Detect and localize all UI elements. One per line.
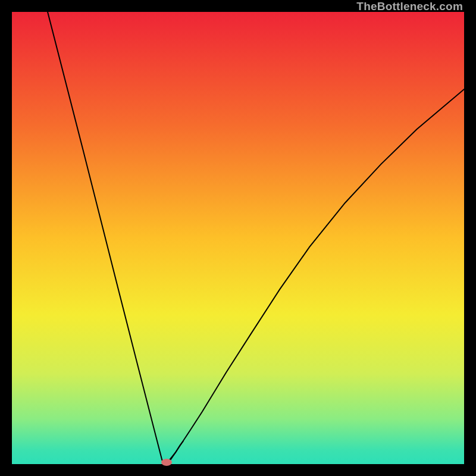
chart-curves — [12, 12, 464, 464]
watermark-text: TheBottleneck.com — [356, 0, 463, 13]
curve-left-branch — [48, 12, 183, 464]
curve-right-branch — [167, 89, 464, 464]
bottleneck-marker — [161, 459, 172, 466]
chart-frame — [0, 0, 476, 476]
